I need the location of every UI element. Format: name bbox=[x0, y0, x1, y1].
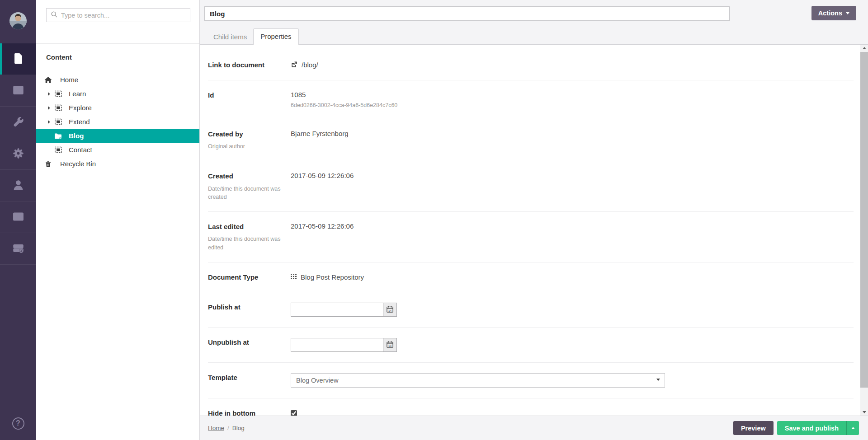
forms-icon bbox=[12, 242, 24, 256]
last-edited-value: 2017-05-09 12:26:06 bbox=[291, 221, 354, 252]
section-rail: ? bbox=[0, 0, 36, 440]
actions-button[interactable]: Actions bbox=[811, 6, 856, 20]
umbraco-backoffice: ? Content Home bbox=[0, 0, 868, 440]
expand-caret-icon[interactable] bbox=[48, 106, 54, 110]
save-and-publish-button[interactable]: Save and publish bbox=[777, 421, 846, 435]
gear-icon bbox=[12, 147, 24, 161]
property-row-created-by: Created by Original author Bjarne Fyrste… bbox=[208, 119, 854, 162]
node-name-input[interactable] bbox=[204, 6, 730, 21]
help-button[interactable]: ? bbox=[0, 407, 36, 440]
content-tree-panel: Content Home Learn bbox=[36, 0, 200, 440]
rail-item-members[interactable] bbox=[0, 201, 36, 233]
stamp-icon bbox=[54, 104, 62, 112]
properties-pane: Link to document /blog/ Id 1085 bbox=[200, 45, 868, 416]
preview-button[interactable]: Preview bbox=[733, 421, 774, 435]
rail-item-developer[interactable] bbox=[0, 138, 36, 170]
publish-at-calendar-button[interactable]: 14 bbox=[383, 303, 397, 317]
breadcrumb-current: Blog bbox=[232, 425, 245, 431]
document-icon bbox=[12, 52, 24, 66]
tree-item-label: Contact bbox=[69, 146, 92, 154]
property-description: Original author bbox=[208, 142, 283, 150]
svg-text:14: 14 bbox=[388, 309, 392, 312]
user-avatar[interactable] bbox=[0, 0, 36, 43]
vertical-scrollbar[interactable] bbox=[860, 45, 868, 416]
search-input[interactable] bbox=[61, 12, 186, 19]
property-row-last-edited: Last edited Date/time this document was … bbox=[208, 212, 854, 262]
property-row-template: Template Blog Overview bbox=[208, 363, 854, 398]
tree-item-label: Extend bbox=[69, 118, 90, 126]
question-icon: ? bbox=[12, 417, 24, 430]
stamp-icon bbox=[54, 90, 62, 98]
calendar-icon: 14 bbox=[386, 305, 394, 314]
publish-at-input[interactable] bbox=[291, 303, 383, 317]
scroll-down-arrow-icon[interactable] bbox=[860, 409, 868, 416]
property-row-hide-in-bottom-navigation: Hide in bottom navigation? bbox=[208, 398, 854, 416]
property-row-created: Created Date/time this document was crea… bbox=[208, 161, 854, 212]
scroll-up-arrow-icon[interactable] bbox=[860, 45, 868, 51]
rail-item-settings[interactable] bbox=[0, 107, 36, 138]
scrollbar-thumb[interactable] bbox=[860, 52, 868, 388]
section-title: Content bbox=[36, 53, 199, 61]
property-row-link-to-document: Link to document /blog/ bbox=[208, 50, 854, 80]
property-label: Unpublish at bbox=[208, 338, 271, 347]
media-icon bbox=[12, 84, 24, 98]
property-row-publish-at: Publish at 14 bbox=[208, 292, 854, 328]
rail-item-media[interactable] bbox=[0, 75, 36, 107]
tab-properties[interactable]: Properties bbox=[253, 28, 298, 45]
created-by-value: Bjarne Fyrstenborg bbox=[291, 129, 349, 151]
property-description: Date/time this document was created bbox=[208, 185, 283, 201]
template-select[interactable]: Blog Overview bbox=[291, 373, 665, 388]
id-card-icon bbox=[12, 211, 24, 224]
expand-caret-icon[interactable] bbox=[48, 120, 54, 124]
external-link-icon bbox=[291, 61, 297, 69]
tree-item-label: Blog bbox=[69, 132, 84, 140]
node-id-value: 1085 bbox=[291, 91, 397, 98]
property-label: Created bbox=[208, 172, 271, 181]
tree-item-extend[interactable]: Extend bbox=[36, 115, 199, 129]
property-label: Id bbox=[208, 91, 271, 100]
breadcrumb-home-link[interactable]: Home bbox=[208, 425, 224, 431]
property-row-unpublish-at: Unpublish at 14 bbox=[208, 328, 854, 363]
actions-button-label: Actions bbox=[818, 9, 842, 17]
tree-item-explore[interactable]: Explore bbox=[36, 101, 199, 115]
stamp-icon bbox=[54, 146, 62, 154]
property-label: Last edited bbox=[208, 222, 271, 231]
property-label: Document Type bbox=[208, 273, 271, 282]
expand-caret-icon[interactable] bbox=[48, 92, 54, 96]
rail-item-content[interactable] bbox=[0, 43, 36, 75]
editor-footer: Home/Blog Preview Save and publish bbox=[200, 416, 868, 440]
rail-item-forms[interactable] bbox=[0, 233, 36, 265]
trash-icon bbox=[44, 160, 52, 168]
grid-icon bbox=[291, 273, 297, 281]
property-label: Publish at bbox=[208, 303, 271, 312]
search-box[interactable] bbox=[46, 8, 190, 22]
chevron-up-icon bbox=[851, 427, 855, 429]
content-tree: Content Home Learn bbox=[36, 44, 199, 171]
save-split-button: Save and publish bbox=[777, 421, 859, 435]
unpublish-at-input[interactable] bbox=[291, 338, 383, 352]
tab-child-items[interactable]: Child items bbox=[207, 29, 253, 45]
home-icon bbox=[44, 76, 52, 84]
property-row-id: Id 1085 6ded0266-3002-4cca-94a6-5d6e284c… bbox=[208, 80, 854, 119]
tree-item-contact[interactable]: Contact bbox=[36, 143, 199, 157]
node-guid-value: 6ded0266-3002-4cca-94a6-5d6e284c7c60 bbox=[291, 102, 397, 108]
created-date-value: 2017-05-09 12:26:06 bbox=[291, 171, 354, 201]
document-link[interactable]: /blog/ bbox=[302, 61, 318, 69]
property-label: Link to document bbox=[208, 61, 271, 70]
tree-item-blog[interactable]: Blog bbox=[36, 129, 199, 143]
user-icon bbox=[12, 179, 24, 192]
breadcrumb: Home/Blog bbox=[208, 425, 733, 431]
hide-in-nav-checkbox[interactable] bbox=[291, 410, 297, 416]
tree-item-learn[interactable]: Learn bbox=[36, 87, 199, 101]
tree-item-recycle-bin[interactable]: Recycle Bin bbox=[36, 157, 199, 171]
save-options-toggle[interactable] bbox=[846, 421, 859, 435]
stamp-icon bbox=[54, 118, 62, 126]
property-label: Template bbox=[208, 373, 271, 382]
unpublish-at-calendar-button[interactable]: 14 bbox=[383, 338, 397, 352]
property-description: Date/time this document was edited bbox=[208, 235, 283, 251]
tree-item-home[interactable]: Home bbox=[36, 73, 199, 87]
rail-item-users[interactable] bbox=[0, 170, 36, 201]
svg-text:14: 14 bbox=[388, 344, 392, 347]
wrench-icon bbox=[12, 116, 24, 129]
property-row-document-type: Document Type Blog Post Repository bbox=[208, 262, 854, 293]
